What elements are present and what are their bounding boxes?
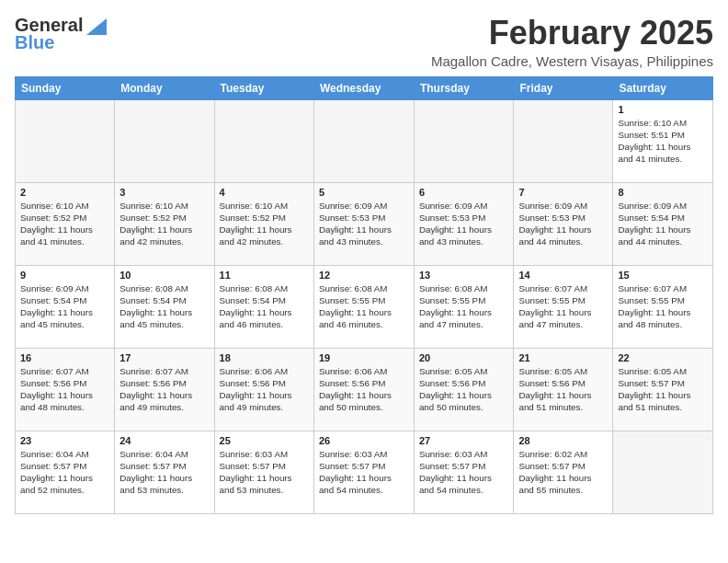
calendar-week-1: 1Sunrise: 6:10 AMSunset: 5:51 PMDaylight… xyxy=(16,99,713,182)
calendar-cell: 12Sunrise: 6:08 AMSunset: 5:55 PMDayligh… xyxy=(313,265,414,348)
day-number: 15 xyxy=(618,270,708,281)
calendar-week-3: 9Sunrise: 6:09 AMSunset: 5:54 PMDaylight… xyxy=(16,265,713,348)
calendar-cell: 7Sunrise: 6:09 AMSunset: 5:53 PMDaylight… xyxy=(514,182,613,265)
day-info: Sunrise: 6:05 AMSunset: 5:56 PMDaylight:… xyxy=(419,365,509,414)
calendar-week-2: 2Sunrise: 6:10 AMSunset: 5:52 PMDaylight… xyxy=(16,182,713,265)
day-number: 10 xyxy=(119,270,209,281)
day-number: 5 xyxy=(319,187,409,198)
calendar-cell: 21Sunrise: 6:05 AMSunset: 5:56 PMDayligh… xyxy=(514,348,613,431)
logo-blue-text: Blue xyxy=(15,32,54,53)
svg-marker-0 xyxy=(86,18,107,35)
weekday-header-row: SundayMondayTuesdayWednesdayThursdayFrid… xyxy=(16,76,713,99)
calendar-body: 1Sunrise: 6:10 AMSunset: 5:51 PMDaylight… xyxy=(16,99,713,513)
day-number: 17 xyxy=(119,352,209,363)
calendar-week-4: 16Sunrise: 6:07 AMSunset: 5:56 PMDayligh… xyxy=(16,348,713,431)
calendar-cell: 28Sunrise: 6:02 AMSunset: 5:57 PMDayligh… xyxy=(514,431,613,513)
calendar-cell xyxy=(514,99,613,182)
title-block: February 2025 Magallon Cadre, Western Vi… xyxy=(431,15,713,69)
day-number: 9 xyxy=(20,270,109,281)
calendar-cell xyxy=(214,99,313,182)
day-info: Sunrise: 6:03 AMSunset: 5:57 PMDaylight:… xyxy=(220,448,309,497)
calendar-cell xyxy=(313,99,414,182)
day-number: 19 xyxy=(319,352,409,363)
day-number: 12 xyxy=(319,270,409,281)
calendar-cell xyxy=(115,99,214,182)
weekday-header-tuesday: Tuesday xyxy=(214,76,313,99)
day-info: Sunrise: 6:08 AMSunset: 5:54 PMDaylight:… xyxy=(220,282,309,331)
day-info: Sunrise: 6:09 AMSunset: 5:53 PMDaylight:… xyxy=(319,200,409,248)
day-number: 6 xyxy=(419,187,509,198)
calendar-cell: 19Sunrise: 6:06 AMSunset: 5:56 PMDayligh… xyxy=(313,348,414,431)
weekday-header-wednesday: Wednesday xyxy=(313,76,414,99)
day-info: Sunrise: 6:08 AMSunset: 5:55 PMDaylight:… xyxy=(319,282,409,331)
calendar-cell: 15Sunrise: 6:07 AMSunset: 5:55 PMDayligh… xyxy=(613,265,713,348)
calendar-cell: 4Sunrise: 6:10 AMSunset: 5:52 PMDaylight… xyxy=(214,182,313,265)
day-number: 23 xyxy=(20,435,109,446)
day-number: 28 xyxy=(518,435,608,446)
day-info: Sunrise: 6:07 AMSunset: 5:55 PMDaylight:… xyxy=(618,282,708,331)
calendar-cell: 8Sunrise: 6:09 AMSunset: 5:54 PMDaylight… xyxy=(613,182,713,265)
weekday-header-sunday: Sunday xyxy=(16,76,115,99)
day-info: Sunrise: 6:10 AMSunset: 5:51 PMDaylight:… xyxy=(618,117,708,166)
weekday-header-saturday: Saturday xyxy=(613,76,713,99)
day-number: 7 xyxy=(518,187,608,198)
day-info: Sunrise: 6:07 AMSunset: 5:56 PMDaylight:… xyxy=(119,365,209,414)
weekday-header-monday: Monday xyxy=(115,76,214,99)
calendar-cell: 23Sunrise: 6:04 AMSunset: 5:57 PMDayligh… xyxy=(16,431,115,513)
day-info: Sunrise: 6:10 AMSunset: 5:52 PMDaylight:… xyxy=(20,200,109,248)
calendar-cell: 13Sunrise: 6:08 AMSunset: 5:55 PMDayligh… xyxy=(414,265,514,348)
calendar-cell: 5Sunrise: 6:09 AMSunset: 5:53 PMDaylight… xyxy=(313,182,414,265)
day-number: 2 xyxy=(20,187,109,198)
calendar-cell: 27Sunrise: 6:03 AMSunset: 5:57 PMDayligh… xyxy=(414,431,514,513)
day-info: Sunrise: 6:08 AMSunset: 5:54 PMDaylight:… xyxy=(119,282,209,331)
calendar-cell: 2Sunrise: 6:10 AMSunset: 5:52 PMDaylight… xyxy=(16,182,115,265)
day-info: Sunrise: 6:07 AMSunset: 5:56 PMDaylight:… xyxy=(20,365,109,414)
day-info: Sunrise: 6:09 AMSunset: 5:53 PMDaylight:… xyxy=(419,200,509,248)
day-number: 3 xyxy=(119,187,209,198)
calendar-table: SundayMondayTuesdayWednesdayThursdayFrid… xyxy=(15,76,713,514)
calendar-cell: 17Sunrise: 6:07 AMSunset: 5:56 PMDayligh… xyxy=(115,348,214,431)
day-number: 8 xyxy=(618,187,708,198)
day-info: Sunrise: 6:09 AMSunset: 5:53 PMDaylight:… xyxy=(518,200,608,248)
day-info: Sunrise: 6:10 AMSunset: 5:52 PMDaylight:… xyxy=(220,200,309,248)
day-info: Sunrise: 6:09 AMSunset: 5:54 PMDaylight:… xyxy=(20,282,109,331)
calendar-cell: 24Sunrise: 6:04 AMSunset: 5:57 PMDayligh… xyxy=(115,431,214,513)
day-info: Sunrise: 6:04 AMSunset: 5:57 PMDaylight:… xyxy=(20,448,109,497)
day-number: 1 xyxy=(618,104,708,115)
calendar-cell xyxy=(16,99,115,182)
month-title: February 2025 xyxy=(431,15,713,52)
day-number: 18 xyxy=(220,352,309,363)
day-number: 4 xyxy=(220,187,309,198)
day-info: Sunrise: 6:08 AMSunset: 5:55 PMDaylight:… xyxy=(419,282,509,331)
day-info: Sunrise: 6:06 AMSunset: 5:56 PMDaylight:… xyxy=(220,365,309,414)
day-info: Sunrise: 6:05 AMSunset: 5:56 PMDaylight:… xyxy=(518,365,608,414)
calendar-cell: 20Sunrise: 6:05 AMSunset: 5:56 PMDayligh… xyxy=(414,348,514,431)
calendar-cell xyxy=(414,99,514,182)
day-info: Sunrise: 6:06 AMSunset: 5:56 PMDaylight:… xyxy=(319,365,409,414)
day-number: 26 xyxy=(319,435,409,446)
day-number: 16 xyxy=(20,352,109,363)
day-number: 24 xyxy=(119,435,209,446)
day-number: 21 xyxy=(518,352,608,363)
calendar-cell: 16Sunrise: 6:07 AMSunset: 5:56 PMDayligh… xyxy=(16,348,115,431)
day-info: Sunrise: 6:03 AMSunset: 5:57 PMDaylight:… xyxy=(419,448,509,497)
page-header: General Blue February 2025 Magallon Cadr… xyxy=(15,15,713,69)
calendar-cell: 9Sunrise: 6:09 AMSunset: 5:54 PMDaylight… xyxy=(16,265,115,348)
day-number: 11 xyxy=(220,270,309,281)
day-number: 25 xyxy=(220,435,309,446)
calendar-cell: 1Sunrise: 6:10 AMSunset: 5:51 PMDaylight… xyxy=(613,99,713,182)
day-number: 20 xyxy=(419,352,509,363)
logo: General Blue xyxy=(15,15,107,53)
calendar-cell: 18Sunrise: 6:06 AMSunset: 5:56 PMDayligh… xyxy=(214,348,313,431)
weekday-header-thursday: Thursday xyxy=(414,76,514,99)
calendar-cell xyxy=(613,431,713,513)
day-info: Sunrise: 6:10 AMSunset: 5:52 PMDaylight:… xyxy=(119,200,209,248)
day-info: Sunrise: 6:04 AMSunset: 5:57 PMDaylight:… xyxy=(119,448,209,497)
day-info: Sunrise: 6:05 AMSunset: 5:57 PMDaylight:… xyxy=(618,365,708,414)
calendar-cell: 10Sunrise: 6:08 AMSunset: 5:54 PMDayligh… xyxy=(115,265,214,348)
calendar-cell: 14Sunrise: 6:07 AMSunset: 5:55 PMDayligh… xyxy=(514,265,613,348)
calendar-cell: 11Sunrise: 6:08 AMSunset: 5:54 PMDayligh… xyxy=(214,265,313,348)
weekday-header-friday: Friday xyxy=(514,76,613,99)
calendar-cell: 3Sunrise: 6:10 AMSunset: 5:52 PMDaylight… xyxy=(115,182,214,265)
calendar-week-5: 23Sunrise: 6:04 AMSunset: 5:57 PMDayligh… xyxy=(16,431,713,513)
